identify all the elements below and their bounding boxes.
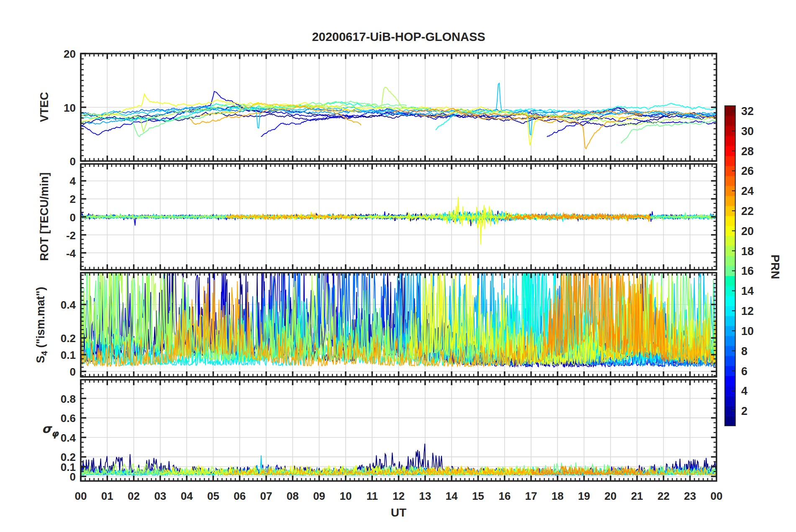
x-tick-label: 05	[207, 490, 219, 502]
x-tick-label: 01	[101, 490, 113, 502]
chart-svg: 01020-4-202400.10.20.400.10.20.40.60.800…	[0, 0, 796, 532]
colorbar-tick-label: 26	[741, 165, 754, 177]
y-tick-label: 2	[70, 193, 76, 205]
x-tick-label: 14	[446, 490, 458, 502]
x-tick-label: 00	[711, 490, 723, 502]
x-tick-label: 20	[604, 490, 616, 502]
y-tick-label: 0.4	[61, 432, 76, 444]
colorbar-tick-label: 2	[741, 405, 747, 417]
x-tick-label: 22	[657, 490, 670, 502]
figure-canvas: 01020-4-202400.10.20.400.10.20.40.60.800…	[0, 0, 796, 532]
colorbar-tick-label: 20	[741, 225, 754, 238]
colorbar-tick-label: 18	[741, 245, 754, 258]
colorbar-tick-label: 32	[741, 105, 754, 118]
colorbar-tick-label: 24	[741, 185, 754, 197]
x-tick-label: 21	[631, 490, 643, 502]
series-prn-20	[293, 197, 650, 245]
x-tick-label: 06	[234, 490, 246, 502]
colorbar-tick-label: 16	[741, 265, 754, 277]
y-axis-label-vtec: VTEC	[38, 92, 51, 122]
y-tick-label: 0	[70, 211, 76, 224]
y-tick-label: 0	[70, 155, 76, 168]
colorbar: 2468101214161820222426283032	[725, 105, 754, 426]
y-axis-label-sigma-phi: σφ	[42, 422, 59, 439]
y-tick-label: 0.4	[61, 299, 76, 311]
colorbar-tick-label: 4	[741, 385, 747, 397]
colorbar-tick-label: 22	[741, 205, 754, 217]
y-tick-label: 0.2	[61, 332, 76, 345]
y-tick-label: 0.2	[61, 451, 76, 463]
x-tick-label: 23	[684, 490, 696, 502]
x-tick-label: 13	[419, 490, 431, 502]
x-axis-label: UT	[81, 506, 716, 519]
x-tick-label: 10	[339, 490, 352, 502]
y-tick-label: 0	[70, 366, 76, 378]
panel-S4: 00.10.20.4	[61, 184, 716, 378]
x-tick-label: 07	[260, 490, 272, 502]
y-tick-label: 20	[64, 48, 76, 60]
series-prn-16	[621, 120, 716, 143]
x-tick-label: 08	[287, 490, 299, 502]
colorbar-tick-label: 12	[741, 305, 754, 317]
panel-sigma_phi: 00.10.20.40.60.8	[61, 380, 716, 483]
x-tick-label: 00	[75, 490, 87, 502]
colorbar-label: PRN	[768, 254, 782, 279]
x-tick-label: 11	[366, 490, 378, 502]
panel-VTEC: 01020	[64, 48, 716, 168]
y-axis-label-rot: ROT [TECU/min]	[38, 172, 51, 261]
colorbar-tick-label: 14	[741, 285, 754, 297]
y-tick-label: 10	[64, 102, 76, 114]
y-tick-label: 4	[70, 175, 76, 187]
colorbar-tick-label: 28	[741, 145, 754, 158]
x-tick-label: 09	[313, 490, 325, 502]
x-tick-label: 02	[128, 490, 140, 502]
colorbar-tick-label: 10	[741, 325, 754, 338]
series-prn-20	[81, 94, 650, 146]
y-tick-label: -4	[66, 247, 76, 260]
x-tick-label: 16	[498, 490, 511, 502]
chart-title: 20200617-UiB-HOP-GLONASS	[81, 30, 716, 44]
colorbar-tick-label: 6	[741, 365, 747, 378]
y-tick-label: 0.6	[61, 412, 76, 425]
x-tick-label: 19	[578, 490, 590, 502]
y-tick-label: 0.8	[61, 393, 76, 405]
x-tick-label: 03	[154, 490, 166, 502]
x-tick-label: 18	[552, 490, 564, 502]
colorbar-tick-label: 30	[741, 125, 754, 138]
x-tick-label: 12	[393, 490, 405, 502]
y-tick-label: -2	[66, 229, 76, 242]
x-tick-label: 17	[525, 490, 537, 502]
x-tick-label: 15	[472, 490, 484, 502]
y-axis-label-s4: S4 ("ism.mat")	[34, 287, 49, 363]
y-tick-label: 0.1	[61, 349, 76, 361]
x-tick-label: 04	[181, 490, 193, 502]
colorbar-tick-label: 8	[741, 345, 747, 358]
panel-ROT: -4-2024	[66, 164, 716, 270]
